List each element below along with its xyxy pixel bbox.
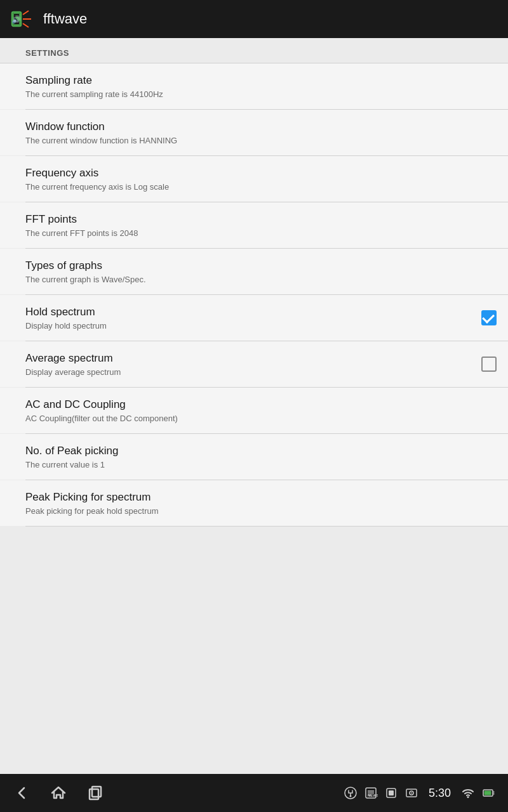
setting-item-hold-spectrum[interactable]: Hold spectrumDisplay hold spectrum	[0, 295, 508, 341]
app-icon: 🔊	[10, 6, 36, 32]
setting-title-average-spectrum: Average spectrum	[25, 352, 470, 365]
setting-text-peak-picking-spectrum: Peak Picking for spectrumPeak picking fo…	[25, 491, 498, 516]
svg-point-21	[411, 792, 412, 794]
checkbox-checked-hold-spectrum	[481, 310, 497, 325]
setting-text-window-function: Window functionThe current window functi…	[25, 121, 498, 145]
setting-text-average-spectrum: Average spectrumDisplay average spectrum	[25, 352, 470, 377]
setting-item-peak-picking-no[interactable]: No. of Peak pickingThe current value is …	[0, 434, 508, 480]
svg-text:🔊: 🔊	[11, 15, 21, 24]
setting-title-fft-points: FFT points	[25, 213, 498, 226]
setting-subtitle-fft-points: The current FFT points is 2048	[25, 228, 498, 238]
setting-title-peak-picking-spectrum: Peak Picking for spectrum	[25, 491, 498, 504]
setting-text-frequency-axis: Frequency axisThe current frequency axis…	[25, 167, 498, 192]
checkbox-hold-spectrum[interactable]	[480, 309, 498, 327]
setting-subtitle-ac-dc-coupling: AC Coupling(filter out the DC component)	[25, 414, 498, 423]
setting-item-average-spectrum[interactable]: Average spectrumDisplay average spectrum	[0, 341, 508, 387]
setting-subtitle-types-of-graphs: The current graph is Wave/Spec.	[25, 275, 498, 284]
setting-subtitle-average-spectrum: Display average spectrum	[25, 367, 470, 377]
back-button[interactable]	[13, 784, 30, 802]
setting-title-types-of-graphs: Types of graphs	[25, 259, 498, 272]
nav-bar: NEWS 5:30	[0, 774, 508, 812]
app-title: fftwave	[43, 11, 87, 27]
battery-icon	[481, 786, 495, 800]
setting-item-sampling-rate[interactable]: Sampling rateThe current sampling rate i…	[0, 63, 508, 109]
section-header: SETTINGS	[0, 38, 508, 63]
nav-right: NEWS 5:30	[344, 786, 495, 800]
news-icon: NEWS	[364, 786, 378, 800]
setting-subtitle-hold-spectrum: Display hold spectrum	[25, 321, 470, 331]
wifi-icon	[461, 786, 475, 800]
setting-item-types-of-graphs[interactable]: Types of graphsThe current graph is Wave…	[0, 249, 508, 294]
svg-text:NEWS: NEWS	[368, 794, 378, 797]
nav-time: 5:30	[429, 787, 451, 800]
recents-button[interactable]	[86, 784, 104, 802]
setting-item-window-function[interactable]: Window functionThe current window functi…	[0, 110, 508, 155]
svg-rect-18	[389, 790, 394, 796]
nav-left	[13, 784, 104, 802]
setting-item-fft-points[interactable]: FFT pointsThe current FFT points is 2048	[0, 202, 508, 248]
app-bar: 🔊 fftwave	[0, 0, 508, 38]
svg-rect-24	[485, 791, 491, 796]
setting-text-peak-picking-no: No. of Peak pickingThe current value is …	[25, 445, 498, 469]
home-button[interactable]	[50, 784, 67, 802]
setting-title-hold-spectrum: Hold spectrum	[25, 306, 470, 318]
screenshot-icon	[404, 786, 418, 800]
checkbox-average-spectrum[interactable]	[480, 355, 498, 373]
usb-icon	[344, 786, 358, 800]
setting-text-types-of-graphs: Types of graphsThe current graph is Wave…	[25, 259, 498, 284]
setting-subtitle-window-function: The current window function is HANNING	[25, 136, 498, 145]
svg-line-2	[23, 11, 29, 15]
content: SETTINGS Sampling rateThe current sampli…	[0, 38, 508, 774]
settings-list: Sampling rateThe current sampling rate i…	[0, 63, 508, 527]
svg-line-4	[23, 23, 29, 27]
svg-rect-8	[92, 787, 101, 797]
svg-point-11	[349, 796, 351, 797]
svg-point-22	[467, 796, 469, 798]
setting-subtitle-frequency-axis: The current frequency axis is Log scale	[25, 182, 498, 192]
setting-item-frequency-axis[interactable]: Frequency axisThe current frequency axis…	[0, 156, 508, 202]
svg-rect-7	[90, 789, 98, 799]
checkbox-unchecked-average-spectrum	[481, 357, 497, 372]
setting-title-ac-dc-coupling: AC and DC Coupling	[25, 398, 498, 411]
setting-item-peak-picking-spectrum[interactable]: Peak Picking for spectrumPeak picking fo…	[0, 480, 508, 526]
setting-title-frequency-axis: Frequency axis	[25, 167, 498, 180]
setting-text-hold-spectrum: Hold spectrumDisplay hold spectrum	[25, 306, 470, 331]
setting-subtitle-peak-picking-no: The current value is 1	[25, 460, 498, 469]
setting-subtitle-sampling-rate: The current sampling rate is 44100Hz	[25, 89, 498, 99]
usb-storage-icon	[384, 786, 398, 800]
divider-peak-picking-spectrum	[25, 526, 508, 527]
setting-item-ac-dc-coupling[interactable]: AC and DC CouplingAC Coupling(filter out…	[0, 388, 508, 433]
setting-text-sampling-rate: Sampling rateThe current sampling rate i…	[25, 74, 498, 99]
setting-title-sampling-rate: Sampling rate	[25, 74, 498, 87]
setting-text-fft-points: FFT pointsThe current FFT points is 2048	[25, 213, 498, 238]
setting-text-ac-dc-coupling: AC and DC CouplingAC Coupling(filter out…	[25, 398, 498, 423]
setting-subtitle-peak-picking-spectrum: Peak picking for peak hold spectrum	[25, 506, 498, 516]
setting-title-peak-picking-no: No. of Peak picking	[25, 445, 498, 457]
setting-title-window-function: Window function	[25, 121, 498, 133]
